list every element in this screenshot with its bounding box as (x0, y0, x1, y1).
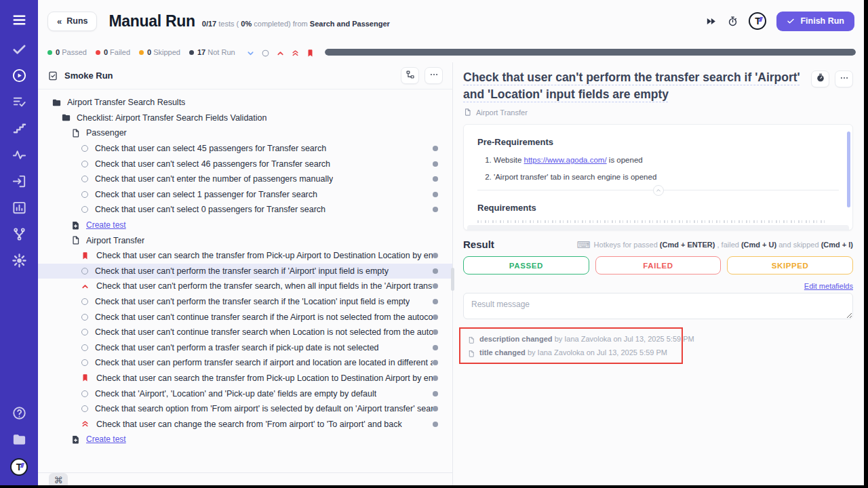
tree-test-row[interactable]: Check that user can't perform the transf… (38, 294, 452, 310)
list-check-icon[interactable] (12, 94, 27, 110)
stopwatch-icon[interactable] (727, 16, 738, 27)
text-segment: tests ( (216, 20, 241, 28)
fast-forward-icon[interactable] (705, 16, 717, 27)
avatar[interactable]: T (10, 458, 28, 476)
tree-test-row[interactable]: Check that user can perform transfer sea… (38, 355, 452, 371)
tree-test-row[interactable]: Check that 'Airport', 'Location' and 'Pi… (38, 386, 452, 401)
tree-test-row[interactable]: Check that user can't perform the transf… (38, 264, 452, 279)
menu-icon[interactable] (12, 12, 27, 28)
run-progress-summary: 0/17 tests ( 0% completed) from Search a… (202, 20, 390, 28)
text-segment: Search and Passenger (310, 20, 390, 28)
suite-tag-label: Airport Transfer (476, 108, 528, 117)
row-label: Check that user can select 1 passenger f… (95, 190, 317, 199)
tree-more-button[interactable] (425, 67, 443, 84)
help-icon[interactable] (12, 405, 27, 421)
row-label: Check that search option from 'From airp… (95, 404, 433, 413)
row-label: Check that user can search the transfer … (96, 251, 433, 260)
test-title[interactable]: Check that user can't perform the transf… (463, 69, 810, 103)
priority-filters (246, 48, 315, 57)
status-not-run-icon (81, 176, 88, 182)
status-not-run-icon (81, 405, 88, 412)
timer-button[interactable] (811, 70, 829, 87)
row-label: Check that user can perform transfer sea… (95, 358, 433, 367)
finish-run-button[interactable]: Finish Run (776, 12, 854, 31)
tree-test-row[interactable]: Check that search option from 'From airp… (38, 401, 452, 417)
tree-folder-row[interactable]: Airport Transfer Search Results (38, 95, 452, 110)
result-status-dot (433, 360, 438, 365)
steps-icon[interactable] (12, 121, 27, 136)
result-message-input[interactable] (463, 293, 853, 319)
priority-flag-icon (81, 251, 90, 260)
sidebar: T (0, 0, 38, 485)
stat-not-run: 17 Not Run (189, 48, 235, 56)
command-hint-button[interactable]: ⌘ (49, 473, 68, 485)
tree-test-row[interactable]: Check that user can search the transfer … (38, 371, 452, 386)
prerequirement-item: 'Airport transfer' tab in search engine … (494, 173, 839, 181)
tree-test-row[interactable]: Check that user can't perform the transf… (38, 279, 452, 294)
row-label: Check that user can't enter the number o… (95, 174, 333, 184)
tree-view-icon (406, 70, 415, 81)
result-status-dot (433, 176, 438, 182)
tree-view-button[interactable] (401, 67, 419, 84)
result-status-dot (433, 146, 438, 151)
settings-icon[interactable] (12, 253, 27, 268)
status-button-failed[interactable]: FAILED (595, 256, 722, 274)
sign-in-icon[interactable] (12, 174, 27, 189)
tree-test-row[interactable]: Check that user can change the search fr… (38, 416, 452, 432)
tree-test-row[interactable]: Check that user can select 1 passenger f… (38, 187, 452, 203)
filter-caret-up-icon[interactable] (276, 48, 285, 57)
text-segment: and skipped (776, 241, 821, 249)
progress-bar (325, 49, 856, 56)
bar-chart-icon[interactable] (12, 200, 27, 216)
result-status-dot (433, 375, 438, 381)
tree-suite-row[interactable]: Passenger (38, 125, 452, 141)
row-label: Create test (86, 434, 126, 444)
inline-link[interactable]: https://www.agoda.com/ (524, 156, 607, 164)
result-status-dot (433, 422, 438, 427)
play-circle-icon[interactable] (12, 68, 27, 83)
create-test-link[interactable]: Create test (38, 218, 452, 233)
tree-test-row[interactable]: Check that user can't perform a trasfer … (38, 340, 452, 356)
activity-icon[interactable] (12, 147, 27, 163)
row-label: Check that user can't select 0 passenger… (95, 205, 326, 214)
back-to-runs-button[interactable]: « Runs (47, 12, 97, 31)
tree-folder-row[interactable]: Checklist: Airport Transfer Search Field… (38, 110, 452, 126)
tree-test-row[interactable]: Check that user can't continue transfer … (38, 325, 452, 340)
create-test-link[interactable]: Create test (38, 432, 452, 447)
tree-test-row[interactable]: Check that user can't select 46 passenge… (38, 156, 452, 171)
edit-metafields-link[interactable]: Edit metafields (463, 282, 853, 290)
row-label: Check that user can't continue transfer … (95, 312, 433, 322)
tree-test-row[interactable]: Check that user can select 45 passengers… (38, 141, 452, 157)
filter-flag-icon[interactable] (306, 48, 315, 57)
row-label: Check that user can search the transfer … (96, 373, 433, 383)
tree-suite-row[interactable]: Airport Transfer (38, 232, 452, 248)
check-icon[interactable] (12, 41, 27, 57)
test-more-button[interactable] (835, 70, 853, 87)
test-tree: Airport Transfer Search ResultsChecklist… (38, 89, 452, 485)
text-segment: by Iana Zavoloka on Jul 13, 2025 5:59 PM (526, 348, 667, 357)
tree-test-row[interactable]: Check that user can't enter the number o… (38, 171, 452, 187)
user-avatar[interactable]: T (749, 12, 766, 30)
tree-test-row[interactable]: Check that user can't continue transfer … (38, 309, 452, 325)
status-not-run-icon (81, 145, 88, 152)
filter-chevron-down-icon[interactable] (246, 48, 255, 57)
row-label: Create test (86, 220, 126, 230)
card-scrollbar[interactable] (847, 131, 850, 207)
panel-footer-divider (38, 472, 452, 473)
git-fork-icon[interactable] (12, 226, 27, 242)
status-button-passed[interactable]: PASSED (463, 256, 589, 274)
filter-circle-icon[interactable] (261, 48, 270, 57)
text-segment: 'Airport transfer' tab in search engine … (494, 173, 656, 181)
tree-test-row[interactable]: Check that user can search the transfer … (38, 248, 452, 264)
folder-icon[interactable] (12, 432, 27, 447)
collapse-handle[interactable] (653, 185, 664, 196)
result-status-dot (433, 161, 438, 167)
filter-double-caret-up-icon[interactable] (291, 48, 300, 57)
status-dot (47, 50, 52, 55)
status-button-skipped[interactable]: SKIPPED (727, 256, 853, 274)
status-not-run-icon (81, 314, 88, 321)
status-not-run-icon (81, 344, 88, 351)
file-plus-icon (71, 434, 81, 445)
run-stats: 0 Passed0 Failed0 Skipped17 Not Run (47, 48, 235, 56)
tree-test-row[interactable]: Check that user can't select 0 passenger… (38, 202, 452, 218)
